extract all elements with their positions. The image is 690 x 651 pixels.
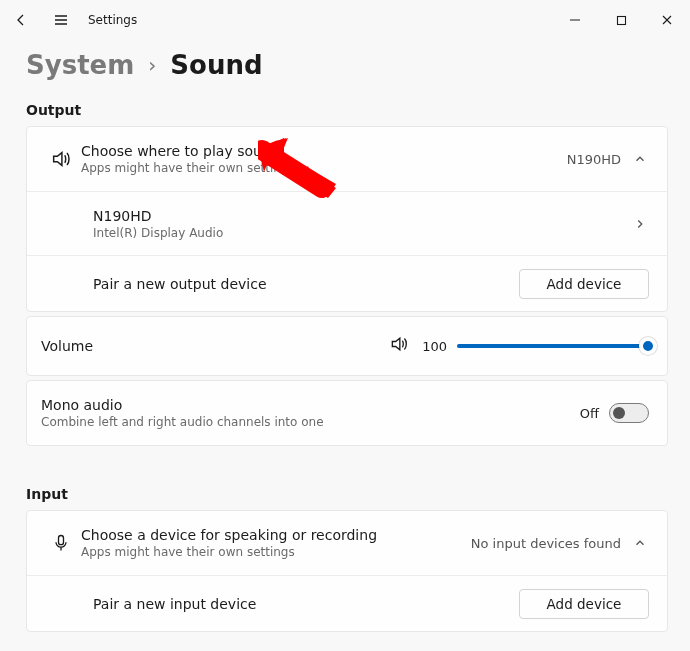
input-pair-row: Pair a new input device Add device: [27, 575, 667, 631]
nav-menu-button[interactable]: [44, 3, 78, 37]
output-pair-row: Pair a new output device Add device: [27, 255, 667, 311]
input-choose-value: No input devices found: [471, 536, 621, 551]
close-icon: [661, 14, 673, 26]
chevron-up-icon: [631, 534, 649, 552]
input-choose-row[interactable]: Choose a device for speaking or recordin…: [27, 511, 667, 575]
volume-value: 100: [419, 339, 447, 354]
minimize-button[interactable]: [552, 4, 598, 36]
output-choose-value: N190HD: [567, 152, 621, 167]
add-output-device-button[interactable]: Add device: [519, 269, 649, 299]
volume-slider[interactable]: [457, 344, 649, 348]
page-title: Sound: [170, 50, 262, 80]
output-device-row[interactable]: N190HD Intel(R) Display Audio: [27, 191, 667, 255]
chevron-up-icon: [631, 150, 649, 168]
title-bar: Settings: [0, 0, 690, 40]
minimize-icon: [569, 14, 581, 26]
maximize-icon: [616, 15, 627, 26]
mono-audio-card: Mono audio Combine left and right audio …: [26, 380, 668, 446]
window-title: Settings: [88, 13, 137, 27]
speaker-icon: [50, 148, 72, 170]
volume-card: Volume 100: [26, 316, 668, 376]
volume-title: Volume: [41, 338, 93, 354]
volume-row: Volume 100: [27, 317, 667, 375]
output-choose-sub: Apps might have their own settings: [81, 161, 567, 175]
output-pair-title: Pair a new output device: [93, 276, 519, 292]
mono-audio-state: Off: [580, 406, 599, 421]
breadcrumb-parent[interactable]: System: [26, 50, 134, 80]
output-device-sub: Intel(R) Display Audio: [93, 226, 631, 240]
back-button[interactable]: [4, 3, 38, 37]
chevron-right-icon: [631, 215, 649, 233]
breadcrumb: System › Sound: [26, 50, 668, 80]
section-header-output: Output: [26, 102, 668, 118]
mono-audio-toggle[interactable]: [609, 403, 649, 423]
input-device-card: Choose a device for speaking or recordin…: [26, 510, 668, 632]
output-choose-title: Choose where to play sound: [81, 143, 567, 159]
output-device-card: Choose where to play sound Apps might ha…: [26, 126, 668, 312]
mono-audio-sub: Combine left and right audio channels in…: [41, 415, 580, 429]
svg-rect-1: [59, 536, 64, 545]
speaker-icon: [389, 334, 409, 358]
maximize-button[interactable]: [598, 4, 644, 36]
input-choose-title: Choose a device for speaking or recordin…: [81, 527, 471, 543]
input-choose-sub: Apps might have their own settings: [81, 545, 471, 559]
output-device-title: N190HD: [93, 208, 631, 224]
chevron-right-icon: ›: [148, 53, 156, 77]
output-choose-row[interactable]: Choose where to play sound Apps might ha…: [27, 127, 667, 191]
section-header-input: Input: [26, 486, 668, 502]
close-button[interactable]: [644, 4, 690, 36]
arrow-left-icon: [13, 12, 29, 28]
input-pair-title: Pair a new input device: [93, 596, 519, 612]
microphone-icon: [51, 533, 71, 553]
add-input-device-button[interactable]: Add device: [519, 589, 649, 619]
mono-audio-row[interactable]: Mono audio Combine left and right audio …: [27, 381, 667, 445]
mono-audio-title: Mono audio: [41, 397, 580, 413]
hamburger-icon: [53, 12, 69, 28]
svg-rect-0: [617, 16, 625, 24]
